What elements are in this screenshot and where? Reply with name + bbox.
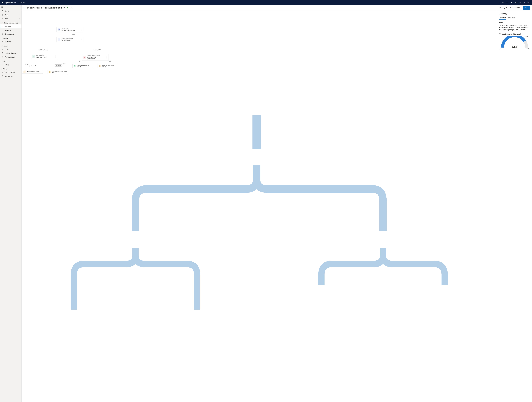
version-b-count: 1,350 — [62, 63, 65, 65]
svg-point-41 — [75, 66, 75, 66]
goal-heading: Goal — [499, 21, 530, 23]
svg-rect-26 — [3, 30, 3, 31]
svg-rect-25 — [2, 30, 3, 31]
svg-rect-7 — [2, 3, 3, 3]
nav-event-triggers[interactable]: Event triggers — [0, 32, 21, 36]
sparkle-icon — [83, 56, 86, 59]
svg-point-30 — [2, 54, 3, 54]
plus-icon — [511, 2, 513, 3]
svg-rect-1 — [2, 2, 3, 2]
search-button[interactable] — [497, 0, 501, 5]
svg-point-21 — [2, 26, 2, 26]
brand-name[interactable]: Dynamics 365 — [5, 2, 16, 4]
goal-stat: Goal met: 82% — [510, 7, 520, 9]
card-label: Add an if/then branch — [62, 38, 73, 39]
journey-canvas[interactable]: Trigger event Connect to in-store Wi-Fi … — [22, 11, 497, 402]
nav-compliance[interactable]: Compliance — [0, 74, 21, 78]
svg-rect-24 — [2, 30, 2, 31]
bolt-icon — [58, 38, 60, 41]
nav-analytics[interactable]: Analytics — [0, 28, 21, 32]
leaf-loyalty-sms[interactable]: 500 loyalty points with sign-up — [72, 64, 93, 68]
yes-pill: Yes — [43, 49, 48, 51]
card-title: Loyalty member — [62, 39, 73, 41]
email-icon — [1, 48, 3, 50]
card-title: Best channel to communicate — [87, 56, 104, 60]
filter-button[interactable] — [514, 0, 518, 5]
card-more-button[interactable]: ⋮ — [79, 29, 82, 31]
task-button[interactable] — [501, 0, 505, 5]
journey-icon — [1, 25, 3, 27]
card-title: Offer experiment — [36, 56, 46, 58]
home-icon — [1, 10, 3, 12]
leaf-label: 500 loyalty points with sign-up — [102, 64, 117, 67]
app-name[interactable]: Marketing — [19, 2, 25, 3]
nav-segments[interactable]: Segments — [0, 40, 21, 44]
gear-icon — [519, 2, 521, 4]
nav-pinned[interactable]: Pinned — [0, 17, 21, 21]
chevron-down-icon — [19, 14, 20, 16]
card-more-button[interactable]: ⋮ — [79, 38, 82, 40]
trigger-icon — [1, 33, 3, 35]
nav-home[interactable]: Home — [0, 9, 21, 13]
app-launcher[interactable] — [1, 1, 4, 4]
svg-rect-6 — [2, 3, 2, 3]
lightbulb-button[interactable] — [505, 0, 509, 5]
gauge-percent: 82% — [499, 45, 530, 49]
svg-rect-33 — [2, 64, 3, 65]
inflow-stat: Inflow: 4,100 — [499, 7, 507, 9]
page-title: In-store customer engagement journey — [27, 7, 65, 9]
svg-point-11 — [502, 2, 504, 3]
trigger-card[interactable]: Trigger event Connect to in-store Wi-Fi … — [57, 27, 83, 32]
goal-gauge: 1,680 82% 0 100% — [499, 36, 530, 50]
add-button[interactable] — [509, 0, 514, 5]
nav-push[interactable]: Push notifications — [0, 51, 21, 55]
waffle-icon — [2, 2, 3, 3]
leaf-loyalty-push[interactable]: 500 loyalty points with sign-up — [98, 64, 118, 68]
leaf-label: Recommendations just for you — [52, 70, 67, 74]
nav-journeys[interactable]: Journeys — [0, 25, 21, 28]
leaf-label: In-store exclusive offer — [27, 71, 39, 72]
push-icon — [23, 70, 26, 73]
nav-consent[interactable]: Consent center — [0, 70, 21, 74]
yes-count: 2,700 — [39, 49, 42, 51]
user-avatar[interactable]: MT — [527, 1, 530, 4]
stop-button[interactable]: Stop — [523, 6, 530, 10]
leaf-recommendations[interactable]: Recommendations just for you — [48, 70, 68, 74]
nav-library[interactable]: Library — [0, 63, 21, 67]
leaf-in-store-offer[interactable]: In-store exclusive offer — [22, 70, 43, 74]
help-button[interactable] — [522, 0, 526, 5]
connectors — [22, 11, 497, 402]
nav-recent[interactable]: Recent — [0, 13, 21, 17]
funnel-icon — [515, 2, 517, 3]
optimize-card[interactable]: Optimize across channels Best channel to… — [82, 54, 109, 61]
version-a-count: 1,350 — [25, 63, 28, 65]
pin-icon — [1, 18, 3, 20]
nav-label: Text messages — [5, 56, 15, 58]
nav-text[interactable]: Text messages — [0, 55, 21, 59]
card-more-button[interactable]: ⋮ — [54, 55, 57, 57]
svg-rect-39 — [50, 71, 50, 73]
leaf-label: 500 loyalty points with sign-up — [77, 64, 92, 67]
right-panel: Journey Analytics Properties Goal The go… — [497, 11, 532, 402]
nav-label: Library — [5, 64, 9, 65]
tab-analytics[interactable]: Analytics — [499, 16, 506, 20]
card-more-button[interactable]: ⋮ — [105, 56, 108, 58]
back-button[interactable] — [23, 6, 26, 9]
ab-test-card[interactable]: Add an A/B test Offer experiment ⋮ — [31, 54, 58, 59]
nav-label: Consent center — [5, 71, 15, 73]
lightbulb-icon — [507, 2, 508, 4]
svg-rect-35 — [2, 75, 3, 77]
nav-label: Segments — [5, 41, 11, 43]
flask-icon — [32, 55, 35, 58]
ifthen-card[interactable]: Add an if/then branch Loyalty member ⋮ — [57, 37, 83, 42]
svg-rect-8 — [3, 3, 3, 3]
section-channels: Channels — [0, 44, 21, 47]
search-icon — [498, 2, 500, 4]
flow-count: 4,100 — [72, 34, 75, 35]
gauge-min: 0 — [500, 48, 501, 50]
tab-properties[interactable]: Properties — [508, 16, 515, 20]
sidebar-toggle[interactable] — [0, 5, 21, 9]
svg-rect-32 — [2, 64, 2, 65]
nav-emails[interactable]: Emails — [0, 47, 21, 51]
settings-button[interactable] — [518, 0, 522, 5]
